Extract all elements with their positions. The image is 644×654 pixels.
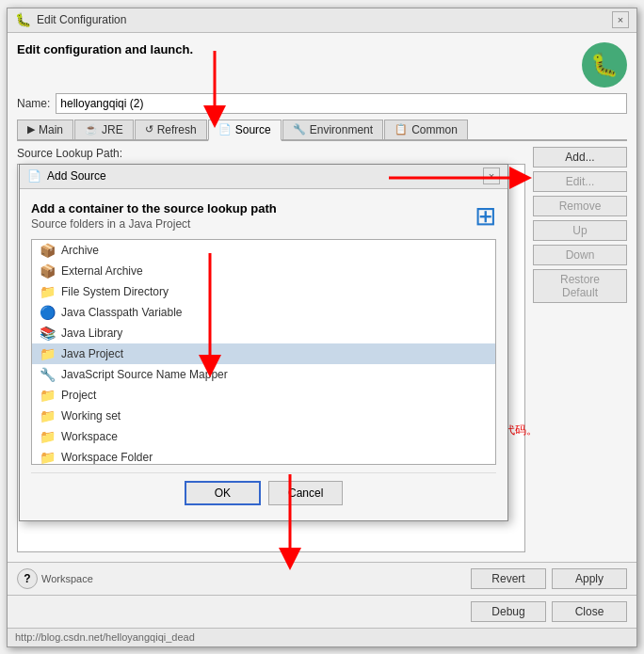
tab-refresh-label: Refresh bbox=[157, 123, 197, 136]
jre-tab-icon: ☕ bbox=[85, 123, 98, 136]
dialog-description: Edit configuration and launch. bbox=[17, 42, 193, 56]
cancel-button[interactable]: Cancel bbox=[268, 481, 343, 505]
overlay-body: Add a container to the source lookup pat… bbox=[20, 189, 507, 520]
overlay-title-text: Add Source bbox=[47, 169, 106, 183]
env-tab-icon: 🔧 bbox=[293, 123, 306, 136]
main-close-button[interactable]: × bbox=[612, 11, 629, 28]
source-item-js-mapper[interactable]: 🔧 JavaScript Source Name Mapper bbox=[32, 364, 495, 385]
footer-left: ? Workspace bbox=[17, 568, 93, 589]
java-lib-icon: 📚 bbox=[40, 326, 56, 341]
name-label: Name: bbox=[17, 97, 50, 110]
source-item-java-project-label: Java Project bbox=[61, 347, 123, 360]
java-project-icon: 📁 bbox=[40, 346, 56, 361]
name-row: Name: bbox=[17, 93, 627, 114]
overlay-subtitle: Source folders in a Java Project bbox=[31, 217, 277, 231]
source-item-js-mapper-label: JavaScript Source Name Mapper bbox=[61, 368, 228, 381]
tab-source-label: Source bbox=[235, 123, 271, 136]
debug-button[interactable]: Debug bbox=[471, 601, 546, 622]
add-button[interactable]: Add... bbox=[533, 147, 627, 167]
overlay-dialog-icon: 📄 bbox=[27, 169, 41, 183]
name-input[interactable] bbox=[56, 93, 627, 114]
fs-dir-icon: 📁 bbox=[40, 284, 56, 299]
js-mapper-icon: 🔧 bbox=[40, 367, 56, 382]
source-item-classpath-label: Java Classpath Variable bbox=[61, 306, 183, 319]
tab-common-label: Common bbox=[411, 123, 458, 136]
source-item-fs-dir[interactable]: 📁 File System Directory bbox=[32, 281, 495, 302]
tab-environment[interactable]: 🔧 Environment bbox=[282, 120, 383, 139]
main-dialog: 🐛 Edit Configuration × Edit configuratio… bbox=[7, 8, 637, 647]
archive-icon: 📦 bbox=[40, 243, 56, 258]
source-lookup-label: Source Lookup Path: bbox=[17, 147, 525, 160]
working-set-icon: 📁 bbox=[40, 408, 56, 423]
overlay-header: Add a container to the source lookup pat… bbox=[31, 200, 496, 231]
source-item-java-project[interactable]: 📁 Java Project bbox=[32, 343, 495, 364]
footer-right: Revert Apply bbox=[471, 568, 627, 589]
source-item-archive[interactable]: 📦 Archive bbox=[32, 240, 495, 261]
up-button[interactable]: Up bbox=[533, 220, 627, 241]
add-source-icon: ⊞ bbox=[475, 200, 496, 231]
url-bar: http://blog.csdn.net/helloyangqiqi_dead bbox=[8, 628, 636, 646]
url-text: http://blog.csdn.net/helloyangqiqi_dead bbox=[15, 631, 195, 643]
title-text: Edit Configuration bbox=[37, 13, 126, 26]
tab-env-label: Environment bbox=[310, 123, 373, 136]
overlay-title-bar: 📄 Add Source × bbox=[20, 165, 507, 189]
edit-button[interactable]: Edit... bbox=[533, 171, 627, 192]
source-buttons: Add... Edit... Remove Up Down Restore De… bbox=[533, 147, 627, 552]
revert-button[interactable]: Revert bbox=[471, 568, 546, 589]
apply-button[interactable]: Apply bbox=[552, 568, 627, 589]
source-item-workspace[interactable]: 📁 Workspace bbox=[32, 426, 495, 447]
bottom-footer: Debug Close bbox=[8, 595, 636, 628]
main-footer: ? Workspace Revert Apply bbox=[8, 562, 636, 595]
restore-default-button[interactable]: Restore Default bbox=[533, 269, 627, 303]
help-button[interactable]: ? bbox=[17, 568, 38, 589]
add-source-dialog: 📄 Add Source × Add a container to the so… bbox=[19, 164, 508, 521]
tab-jre[interactable]: ☕ JRE bbox=[74, 120, 134, 139]
tabs-row: ▶ Main ☕ JRE ↺ Refresh 📄 Source 🔧 Enviro… bbox=[17, 120, 627, 141]
source-tab-icon: 📄 bbox=[218, 123, 232, 136]
workspace-folder-icon: 📁 bbox=[40, 450, 56, 465]
source-item-workspace-folder[interactable]: 📁 Workspace Folder bbox=[32, 447, 495, 465]
overlay-title-left: 📄 Add Source bbox=[27, 169, 106, 183]
bug-icon: 🐛 bbox=[582, 42, 627, 88]
ok-button[interactable]: OK bbox=[185, 481, 261, 505]
remove-button[interactable]: Remove bbox=[533, 196, 627, 216]
down-button[interactable]: Down bbox=[533, 245, 627, 265]
tab-common[interactable]: 📋 Common bbox=[384, 120, 468, 139]
source-item-workspace-label: Workspace bbox=[61, 430, 118, 443]
classpath-icon: 🔵 bbox=[40, 305, 56, 320]
overlay-footer: OK Cancel bbox=[31, 472, 496, 509]
source-item-working-set-label: Working set bbox=[61, 409, 121, 423]
overlay-main-title: Add a container to the source lookup pat… bbox=[31, 201, 277, 215]
main-tab-icon: ▶ bbox=[27, 123, 35, 136]
common-tab-icon: 📋 bbox=[394, 123, 408, 136]
source-item-classpath[interactable]: 🔵 Java Classpath Variable bbox=[32, 302, 495, 323]
overlay-header-text: Add a container to the source lookup pat… bbox=[31, 201, 277, 231]
refresh-tab-icon: ↺ bbox=[145, 123, 153, 136]
dialog-icon: 🐛 bbox=[15, 12, 31, 27]
source-item-workspace-folder-label: Workspace Folder bbox=[61, 451, 153, 464]
tab-jre-label: JRE bbox=[102, 123, 123, 136]
tab-source[interactable]: 📄 Source bbox=[208, 120, 282, 141]
project-icon: 📁 bbox=[40, 388, 56, 403]
workspace-label: Workspace bbox=[41, 573, 93, 584]
source-item-java-lib[interactable]: 📚 Java Library bbox=[32, 323, 495, 343]
source-item-ext-archive-label: External Archive bbox=[61, 264, 143, 278]
title-bar: 🐛 Edit Configuration × bbox=[8, 8, 636, 33]
overlay-close-button[interactable]: × bbox=[483, 167, 500, 184]
source-item-working-set[interactable]: 📁 Working set bbox=[32, 406, 495, 426]
source-item-archive-label: Archive bbox=[61, 244, 99, 257]
title-bar-left: 🐛 Edit Configuration bbox=[15, 12, 126, 27]
close-main-button[interactable]: Close bbox=[552, 601, 627, 622]
ext-archive-icon: 📦 bbox=[40, 263, 56, 279]
source-item-project[interactable]: 📁 Project bbox=[32, 385, 495, 406]
tab-main-label: Main bbox=[39, 123, 63, 136]
source-item-ext-archive[interactable]: 📦 External Archive bbox=[32, 261, 495, 281]
tab-refresh[interactable]: ↺ Refresh bbox=[135, 120, 207, 139]
source-item-fs-dir-label: File System Directory bbox=[61, 285, 169, 298]
dialog-header: Edit configuration and launch. 🐛 bbox=[17, 42, 627, 88]
source-item-java-lib-label: Java Library bbox=[61, 327, 122, 340]
tab-main[interactable]: ▶ Main bbox=[17, 120, 73, 139]
source-items-list[interactable]: 📦 Archive 📦 External Archive 📁 File Syst… bbox=[31, 239, 496, 465]
source-item-project-label: Project bbox=[61, 389, 96, 402]
workspace-icon: 📁 bbox=[40, 429, 56, 444]
